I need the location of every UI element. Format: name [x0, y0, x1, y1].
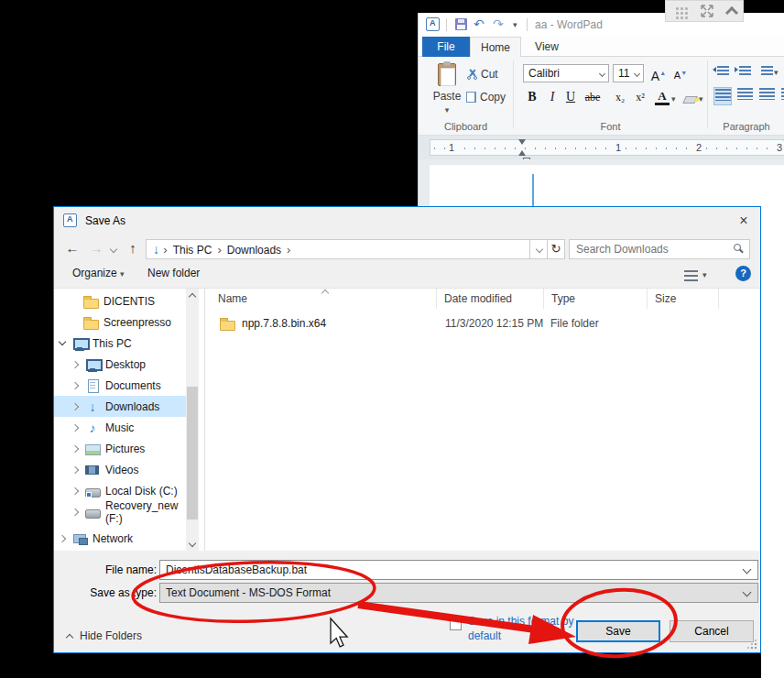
search-input[interactable] — [570, 240, 731, 258]
file-name-combobox[interactable]: DicentisDatabaseBackup.bat — [159, 560, 758, 580]
close-icon[interactable]: × — [729, 208, 758, 234]
copy-button[interactable]: Copy — [466, 91, 506, 104]
chevron-right-icon[interactable] — [71, 402, 79, 410]
sidebar-item-screenpresso[interactable]: Screenpresso — [54, 312, 186, 333]
default-format-label[interactable]: Save in this format by default — [468, 614, 583, 643]
cancel-button[interactable]: Cancel — [670, 620, 754, 642]
justify-button[interactable] — [779, 87, 784, 105]
chevron-right-icon[interactable] — [71, 423, 79, 431]
new-folder-button[interactable]: New folder — [147, 267, 200, 279]
cut-button[interactable]: Cut — [466, 68, 498, 81]
chevron-right-icon[interactable] — [71, 508, 79, 515]
tab-view[interactable]: View — [521, 37, 572, 57]
expand-icon[interactable] — [701, 5, 713, 17]
decrease-indent-button[interactable] — [713, 63, 732, 82]
save-icon[interactable] — [455, 18, 467, 30]
highlight-dropdown-icon[interactable]: ▾ — [699, 94, 703, 104]
redo-icon[interactable]: ↷ — [493, 16, 504, 31]
qat-dropdown-icon[interactable]: ▾ — [513, 17, 517, 32]
address-bar[interactable]: ↓ ›This PC›Downloads› — [146, 239, 530, 259]
increase-indent-button[interactable] — [735, 63, 754, 82]
save-as-type-combobox[interactable]: Text Document - MS-DOS Format — [159, 583, 758, 603]
superscript-button[interactable]: x² — [631, 88, 649, 106]
chevron-down-icon[interactable] — [59, 338, 66, 345]
font-size-combobox[interactable]: 11 — [613, 64, 644, 82]
default-format-checkbox[interactable] — [450, 618, 462, 630]
chevron-right-icon[interactable] — [59, 534, 66, 541]
chevron-down-icon: ▾ — [120, 269, 125, 279]
sidebar-item-pictures[interactable]: Pictures — [54, 438, 186, 459]
resize-grip[interactable] — [747, 640, 757, 649]
forward-button[interactable]: → — [85, 237, 107, 259]
scroll-up-icon[interactable] — [189, 293, 196, 301]
chevron-right-icon[interactable] — [71, 487, 79, 494]
hide-folders-button[interactable]: Hide Folders — [67, 629, 142, 642]
grow-font-button[interactable]: A▲ — [649, 64, 668, 82]
tab-home[interactable]: Home — [470, 37, 521, 58]
wordpad-app-icon[interactable] — [426, 17, 440, 31]
chevron-right-icon[interactable] — [71, 465, 79, 473]
column-header-date-modified[interactable]: Date modified — [437, 289, 544, 309]
shrink-font-button[interactable]: A▼ — [671, 64, 690, 82]
breadcrumb-item-this-pc[interactable]: This PC — [169, 241, 217, 259]
sidebar-item-dicentis[interactable]: DICENTIS — [54, 290, 186, 312]
font-color-dropdown-icon[interactable]: ▾ — [671, 94, 676, 104]
indent-marker-icon[interactable] — [518, 139, 526, 145]
list-dropdown-icon[interactable]: ▾ — [774, 68, 779, 77]
bold-button[interactable]: B — [523, 88, 541, 106]
collapse-up-icon[interactable] — [724, 6, 737, 19]
file-row-npp-7-8-8-bin-x64[interactable]: npp.7.8.8.bin.x6411/3/2020 12:15 PMFile … — [205, 314, 718, 333]
view-dropdown-icon[interactable]: ▾ — [702, 270, 707, 279]
sidebar-item-network[interactable]: Network — [54, 528, 186, 549]
sidebar-item-desktop[interactable]: Desktop — [54, 354, 186, 375]
grid-icon[interactable] — [676, 12, 679, 15]
scroll-down-icon[interactable] — [189, 540, 196, 547]
sidebar-item-music[interactable]: ♪Music — [54, 417, 186, 438]
column-header-type[interactable]: Type — [544, 289, 648, 309]
align-center-button[interactable] — [735, 87, 754, 105]
breadcrumb-item-downloads[interactable]: Downloads — [223, 241, 286, 259]
sidebar-scrollbar[interactable] — [186, 289, 199, 551]
view-options-icon[interactable] — [684, 270, 698, 281]
align-right-button[interactable] — [757, 87, 776, 105]
chevron-right-icon[interactable] — [71, 444, 79, 452]
cut-label: Cut — [481, 68, 498, 81]
subscript-button[interactable]: x₂ — [611, 88, 629, 106]
indent-marker-icon[interactable] — [518, 150, 526, 156]
recent-locations-dropdown-icon[interactable] — [110, 246, 117, 253]
back-button[interactable]: ← — [61, 237, 83, 259]
up-button[interactable]: ↑ — [122, 237, 144, 259]
column-header-size[interactable]: Size — [648, 289, 719, 309]
underline-button[interactable]: U — [561, 88, 580, 106]
refresh-button[interactable]: ↻ — [547, 239, 565, 259]
sidebar-item-downloads[interactable]: ↓Downloads — [54, 396, 186, 417]
sort-ascending-icon[interactable] — [321, 290, 329, 297]
help-button[interactable]: ? — [735, 266, 751, 281]
tab-file[interactable]: File — [422, 37, 470, 57]
save-button[interactable]: Save — [576, 620, 660, 642]
strikethrough-button[interactable]: abe — [580, 88, 605, 106]
sidebar-item-videos[interactable]: Videos — [54, 459, 186, 480]
ruler[interactable]: 1123 — [430, 139, 784, 156]
font-color-button[interactable]: A — [655, 90, 670, 105]
address-dropdown-button[interactable] — [529, 239, 548, 259]
scrollbar-thumb[interactable] — [187, 387, 198, 519]
organize-button[interactable]: Organize ▾ — [72, 267, 125, 279]
chevron-down-icon[interactable] — [634, 71, 640, 77]
paste-button[interactable]: Paste ▾ — [430, 61, 464, 120]
sidebar-item-this-pc[interactable]: This PC — [54, 333, 186, 354]
chevron-right-icon[interactable] — [71, 381, 79, 388]
chevron-down-icon[interactable] — [599, 71, 605, 77]
search-icon[interactable] — [734, 244, 741, 251]
chevron-right-icon[interactable] — [71, 360, 79, 367]
align-left-button[interactable] — [713, 87, 732, 105]
sidebar-item-recovery-new-f[interactable]: Recovery_new (F:) — [54, 501, 186, 522]
list-button[interactable] — [757, 63, 776, 82]
italic-button[interactable]: I — [543, 88, 561, 106]
clipboard-icon — [438, 63, 456, 86]
column-header-name[interactable]: Name — [205, 289, 437, 309]
highlight-icon[interactable] — [682, 96, 698, 104]
undo-icon[interactable]: ↶ — [474, 16, 485, 31]
sidebar-item-documents[interactable]: Documents — [54, 375, 186, 396]
font-family-combobox[interactable]: Calibri — [523, 64, 609, 82]
